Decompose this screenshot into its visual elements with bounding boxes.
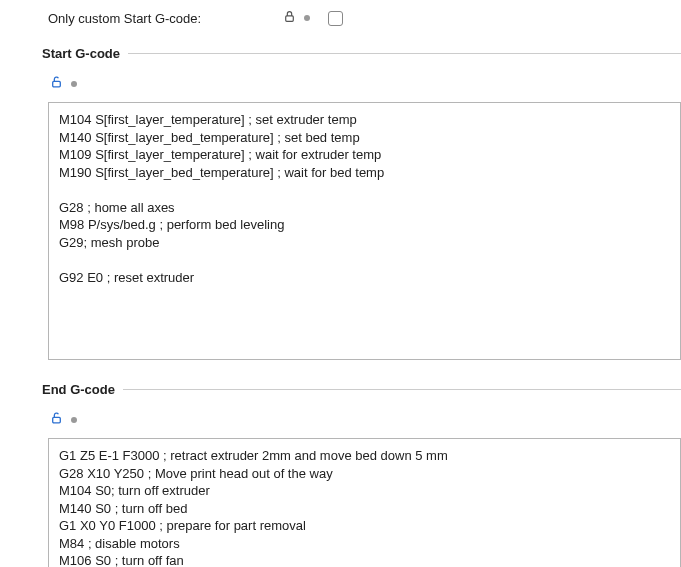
start-gcode-textarea[interactable]: M104 S[first_layer_temperature] ; set ex…	[48, 102, 681, 360]
svg-rect-0	[286, 16, 294, 21]
start-gcode-section: Start G-code M104 S[first_layer_temperat…	[44, 46, 681, 360]
start-gcode-fieldset: Start G-code M104 S[first_layer_temperat…	[44, 46, 681, 360]
unlock-icon[interactable]	[50, 411, 63, 428]
top-row-icons	[283, 10, 310, 26]
lock-icon[interactable]	[283, 10, 296, 26]
end-gcode-fieldset: End G-code G1 Z5 E-1 F3000 ; retract ext…	[44, 382, 681, 567]
start-gcode-legend: Start G-code	[42, 46, 128, 61]
end-gcode-icons	[44, 407, 681, 438]
dot-icon	[71, 81, 77, 87]
end-gcode-section: End G-code G1 Z5 E-1 F3000 ; retract ext…	[44, 382, 681, 567]
end-gcode-legend: End G-code	[42, 382, 123, 397]
unlock-icon[interactable]	[50, 75, 63, 92]
start-gcode-icons	[44, 71, 681, 102]
only-custom-start-gcode-checkbox[interactable]	[328, 11, 343, 26]
only-custom-start-gcode-row: Only custom Start G-code:	[20, 10, 681, 26]
only-custom-start-gcode-label: Only custom Start G-code:	[48, 11, 283, 26]
svg-rect-2	[53, 417, 61, 422]
dot-icon	[71, 417, 77, 423]
dot-icon	[304, 15, 310, 21]
svg-rect-1	[53, 81, 61, 86]
end-gcode-textarea[interactable]: G1 Z5 E-1 F3000 ; retract extruder 2mm a…	[48, 438, 681, 567]
